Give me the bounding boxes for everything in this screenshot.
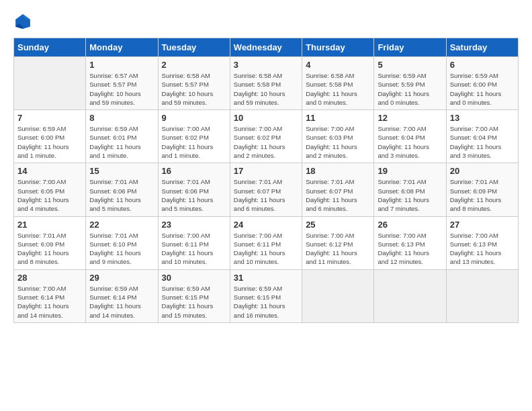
day-number: 5 [378,60,442,70]
day-info: Sunrise: 7:00 AM Sunset: 6:11 PM Dayligh… [234,231,298,267]
day-info: Sunrise: 7:01 AM Sunset: 6:09 PM Dayligh… [450,177,515,213]
day-info: Sunrise: 6:59 AM Sunset: 6:15 PM Dayligh… [162,284,226,320]
day-info: Sunrise: 7:00 AM Sunset: 6:03 PM Dayligh… [306,124,370,160]
page: SundayMondayTuesdayWednesdayThursdayFrid… [0,0,532,330]
week-row-1: 1Sunrise: 6:57 AM Sunset: 5:57 PM Daylig… [14,57,519,110]
day-number: 6 [450,60,515,70]
day-header-friday: Friday [374,38,446,57]
calendar-cell: 30Sunrise: 6:59 AM Sunset: 6:15 PM Dayli… [158,269,230,322]
calendar-cell: 24Sunrise: 7:00 AM Sunset: 6:11 PM Dayli… [230,216,302,269]
day-info: Sunrise: 7:00 AM Sunset: 6:13 PM Dayligh… [378,231,442,267]
calendar-cell: 18Sunrise: 7:01 AM Sunset: 6:07 PM Dayli… [302,163,374,216]
day-number: 4 [306,60,370,70]
day-number: 22 [89,220,154,230]
day-number: 29 [89,273,154,283]
day-info: Sunrise: 7:00 AM Sunset: 6:11 PM Dayligh… [162,231,226,267]
day-info: Sunrise: 7:01 AM Sunset: 6:06 PM Dayligh… [162,177,226,213]
day-header-thursday: Thursday [302,38,374,57]
header [13,12,519,31]
calendar-cell: 1Sunrise: 6:57 AM Sunset: 5:57 PM Daylig… [86,57,158,110]
day-header-saturday: Saturday [446,38,518,57]
day-info: Sunrise: 7:00 AM Sunset: 6:04 PM Dayligh… [378,124,442,160]
day-info: Sunrise: 6:59 AM Sunset: 6:00 PM Dayligh… [17,124,82,160]
day-header-sunday: Sunday [14,38,86,57]
calendar-cell [302,269,374,322]
week-row-4: 21Sunrise: 7:01 AM Sunset: 6:09 PM Dayli… [14,216,519,269]
day-number: 17 [234,166,298,176]
day-info: Sunrise: 7:01 AM Sunset: 6:08 PM Dayligh… [378,177,442,213]
day-number: 13 [450,113,515,123]
day-info: Sunrise: 7:01 AM Sunset: 6:10 PM Dayligh… [89,231,154,267]
day-number: 11 [306,113,370,123]
day-number: 7 [17,113,82,123]
day-info: Sunrise: 7:00 AM Sunset: 6:02 PM Dayligh… [234,124,298,160]
day-number: 20 [450,166,515,176]
day-number: 19 [378,166,442,176]
calendar-cell [446,269,518,322]
day-number: 8 [89,113,154,123]
calendar-cell: 13Sunrise: 7:00 AM Sunset: 6:04 PM Dayli… [446,110,518,163]
calendar-cell: 27Sunrise: 7:00 AM Sunset: 6:13 PM Dayli… [446,216,518,269]
calendar-cell: 10Sunrise: 7:00 AM Sunset: 6:02 PM Dayli… [230,110,302,163]
day-header-tuesday: Tuesday [158,38,230,57]
day-info: Sunrise: 6:59 AM Sunset: 6:01 PM Dayligh… [89,124,154,160]
day-number: 18 [306,166,370,176]
calendar-cell: 8Sunrise: 6:59 AM Sunset: 6:01 PM Daylig… [86,110,158,163]
header-row: SundayMondayTuesdayWednesdayThursdayFrid… [14,38,519,57]
day-info: Sunrise: 7:00 AM Sunset: 6:14 PM Dayligh… [17,284,82,320]
logo-icon [13,12,32,31]
day-info: Sunrise: 6:59 AM Sunset: 6:14 PM Dayligh… [89,284,154,320]
calendar-cell: 5Sunrise: 6:59 AM Sunset: 5:59 PM Daylig… [374,57,446,110]
day-info: Sunrise: 6:59 AM Sunset: 5:59 PM Dayligh… [378,71,442,107]
day-info: Sunrise: 6:57 AM Sunset: 5:57 PM Dayligh… [89,71,154,107]
calendar-cell: 16Sunrise: 7:01 AM Sunset: 6:06 PM Dayli… [158,163,230,216]
day-info: Sunrise: 7:00 AM Sunset: 6:04 PM Dayligh… [450,124,515,160]
calendar-cell: 19Sunrise: 7:01 AM Sunset: 6:08 PM Dayli… [374,163,446,216]
day-header-wednesday: Wednesday [230,38,302,57]
calendar-cell: 22Sunrise: 7:01 AM Sunset: 6:10 PM Dayli… [86,216,158,269]
day-info: Sunrise: 6:58 AM Sunset: 5:58 PM Dayligh… [234,71,298,107]
logo [13,12,35,31]
day-number: 10 [234,113,298,123]
day-info: Sunrise: 7:00 AM Sunset: 6:05 PM Dayligh… [17,177,82,213]
calendar-cell: 9Sunrise: 7:00 AM Sunset: 6:02 PM Daylig… [158,110,230,163]
day-info: Sunrise: 7:01 AM Sunset: 6:07 PM Dayligh… [306,177,370,213]
day-info: Sunrise: 6:58 AM Sunset: 5:58 PM Dayligh… [306,71,370,107]
day-info: Sunrise: 6:59 AM Sunset: 6:15 PM Dayligh… [234,284,298,320]
calendar-table: SundayMondayTuesdayWednesdayThursdayFrid… [13,38,519,323]
day-info: Sunrise: 7:00 AM Sunset: 6:02 PM Dayligh… [162,124,226,160]
calendar-cell: 29Sunrise: 6:59 AM Sunset: 6:14 PM Dayli… [86,269,158,322]
day-number: 1 [89,60,154,70]
day-info: Sunrise: 6:58 AM Sunset: 5:57 PM Dayligh… [162,71,226,107]
day-number: 24 [234,220,298,230]
day-number: 23 [162,220,226,230]
day-header-monday: Monday [86,38,158,57]
day-number: 25 [306,220,370,230]
day-number: 14 [17,166,82,176]
calendar-cell: 23Sunrise: 7:00 AM Sunset: 6:11 PM Dayli… [158,216,230,269]
day-number: 9 [162,113,226,123]
calendar-cell: 21Sunrise: 7:01 AM Sunset: 6:09 PM Dayli… [14,216,86,269]
calendar-cell: 14Sunrise: 7:00 AM Sunset: 6:05 PM Dayli… [14,163,86,216]
day-info: Sunrise: 6:59 AM Sunset: 6:00 PM Dayligh… [450,71,515,107]
calendar-cell: 2Sunrise: 6:58 AM Sunset: 5:57 PM Daylig… [158,57,230,110]
day-number: 27 [450,220,515,230]
week-row-2: 7Sunrise: 6:59 AM Sunset: 6:00 PM Daylig… [14,110,519,163]
week-row-5: 28Sunrise: 7:00 AM Sunset: 6:14 PM Dayli… [14,269,519,322]
day-number: 31 [234,273,298,283]
day-number: 30 [162,273,226,283]
day-number: 26 [378,220,442,230]
calendar-cell: 28Sunrise: 7:00 AM Sunset: 6:14 PM Dayli… [14,269,86,322]
day-info: Sunrise: 7:00 AM Sunset: 6:12 PM Dayligh… [306,231,370,267]
day-number: 15 [89,166,154,176]
week-row-3: 14Sunrise: 7:00 AM Sunset: 6:05 PM Dayli… [14,163,519,216]
calendar-cell: 7Sunrise: 6:59 AM Sunset: 6:00 PM Daylig… [14,110,86,163]
calendar-cell: 4Sunrise: 6:58 AM Sunset: 5:58 PM Daylig… [302,57,374,110]
calendar-cell [374,269,446,322]
calendar-cell: 26Sunrise: 7:00 AM Sunset: 6:13 PM Dayli… [374,216,446,269]
day-number: 12 [378,113,442,123]
calendar-cell: 6Sunrise: 6:59 AM Sunset: 6:00 PM Daylig… [446,57,518,110]
day-info: Sunrise: 7:00 AM Sunset: 6:13 PM Dayligh… [450,231,515,267]
calendar-cell: 3Sunrise: 6:58 AM Sunset: 5:58 PM Daylig… [230,57,302,110]
calendar-cell: 31Sunrise: 6:59 AM Sunset: 6:15 PM Dayli… [230,269,302,322]
